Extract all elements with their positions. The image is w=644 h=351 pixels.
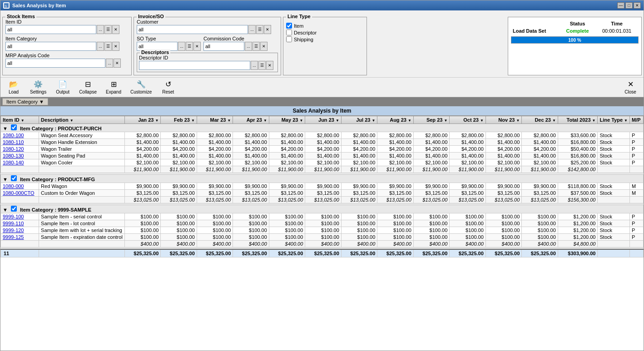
shipping-checkbox[interactable] (286, 36, 292, 42)
customer-list-btn[interactable]: ☰ (256, 25, 263, 34)
col-header-mar23[interactable]: Mar 23 ▼ (197, 116, 233, 124)
item-id-link[interactable]: 1080-100 (3, 133, 24, 138)
item-id-browse-btn[interactable]: ... (97, 25, 104, 34)
reset-button[interactable]: ↺ Reset (157, 79, 179, 96)
stock-items-label: Stock Items (5, 14, 36, 19)
sort-sep23[interactable]: ▼ (444, 119, 447, 123)
col-header-feb23[interactable]: Feb 23 ▼ (161, 116, 197, 124)
item-id-link[interactable]: 9999-120 (3, 227, 24, 233)
item-id-link[interactable]: 1080-140 (3, 160, 24, 165)
so-type-list-btn[interactable]: ☰ (186, 42, 193, 51)
so-type-clear-btn[interactable]: ✕ (193, 42, 201, 51)
col-header-description[interactable]: Description ▼ (39, 116, 125, 124)
sort-dec23[interactable]: ▼ (552, 119, 556, 123)
settings-button[interactable]: ⚙️ Settings (26, 79, 50, 96)
item-category-browse-btn[interactable]: ... (97, 42, 104, 51)
descriptor-id-input[interactable] (139, 61, 250, 70)
item-id-list-btn[interactable]: ☰ (104, 25, 112, 34)
descriptor-clear-btn[interactable]: ✕ (266, 61, 273, 70)
descriptor-browse-btn[interactable]: ... (251, 61, 258, 70)
item-category-list-btn[interactable]: ☰ (104, 42, 112, 51)
sort-apr23[interactable]: ▼ (263, 119, 267, 123)
descriptor-list-btn[interactable]: ☰ (258, 61, 266, 70)
col-header-total2023[interactable]: Total 2023 ▼ (558, 116, 598, 124)
descriptor-checkbox[interactable] (286, 30, 292, 35)
mrp-code-browse-btn[interactable]: ... (106, 59, 113, 68)
category-expand-icon[interactable]: ▼ (3, 126, 8, 131)
mrp-code-clear-btn[interactable]: ✕ (114, 59, 121, 68)
sort-total2023[interactable]: ▼ (592, 119, 596, 123)
col-header-jun23[interactable]: Jun 23 ▼ (305, 116, 342, 124)
sort-jun23[interactable]: ▼ (336, 119, 339, 123)
customer-input[interactable] (137, 25, 248, 34)
col-header-oct23[interactable]: Oct 23 ▼ (450, 116, 486, 124)
sort-mar23[interactable]: ▼ (227, 119, 231, 123)
sort-nov23[interactable]: ▼ (516, 119, 520, 123)
table-row: 1080-130Wagon Seating Pad$1,400.00$1,400… (1, 153, 644, 159)
col-header-item-id[interactable]: Item ID ▼ (1, 116, 39, 124)
sort-jan23[interactable]: ▼ (155, 119, 159, 123)
sort-jul23[interactable]: ▼ (372, 119, 375, 123)
collapse-button[interactable]: ⊟ Collapse (75, 79, 101, 96)
so-type-browse-btn[interactable]: ... (178, 42, 185, 51)
customize-button[interactable]: 🔧 Customize (126, 79, 156, 96)
category-expand-icon[interactable]: ▼ (3, 207, 8, 213)
item-id-link[interactable]: 1080-000CTO (3, 190, 35, 196)
sort-feb23[interactable]: ▼ (191, 119, 195, 123)
col-header-mp[interactable]: M/P (630, 116, 644, 124)
category-checkbox[interactable] (11, 206, 17, 212)
col-header-jul23[interactable]: Jul 23 ▼ (341, 116, 377, 124)
category-checkbox[interactable] (11, 124, 17, 130)
col-header-nov23[interactable]: Nov 23 ▼ (485, 116, 522, 124)
grid-container[interactable]: Sales Analysis by Item Item ID ▼ Descrip… (0, 106, 644, 351)
cell-total: $16,800.00 (558, 139, 598, 146)
item-id-link[interactable]: 1080-110 (3, 139, 24, 145)
commission-list-btn[interactable]: ☰ (253, 42, 260, 51)
category-checkbox[interactable] (11, 175, 17, 181)
item-id-link[interactable]: 1080-120 (3, 146, 24, 152)
close-button[interactable]: ✕ Close (619, 79, 642, 96)
commission-browse-btn[interactable]: ... (245, 42, 252, 51)
col-header-jan23[interactable]: Jan 23 ▼ (124, 116, 161, 124)
subtotal-jul: $400.00 (341, 241, 377, 247)
item-category-filter-btn[interactable]: Item Category ▼ (2, 98, 48, 105)
minimize-button[interactable]: — (617, 2, 624, 9)
cell-sep: $100.00 (413, 213, 450, 220)
item-id-clear-btn[interactable]: ✕ (112, 25, 119, 34)
col-header-aug23[interactable]: Aug 23 ▼ (377, 116, 414, 124)
mrp-code-input[interactable] (5, 59, 105, 68)
category-expand-icon[interactable]: ▼ (3, 177, 8, 182)
item-id-link[interactable]: 9999-125 (3, 234, 24, 240)
col-header-sep23[interactable]: Sep 23 ▼ (413, 116, 450, 124)
commission-code-input[interactable] (203, 42, 244, 51)
customer-browse-btn[interactable]: ... (248, 25, 256, 34)
output-button[interactable]: 📄 Output (51, 79, 74, 96)
customer-clear-btn[interactable]: ✕ (264, 25, 271, 34)
col-header-linetype[interactable]: Line Type ▼ (598, 116, 630, 124)
sort-aug23[interactable]: ▼ (408, 119, 411, 123)
load-button[interactable]: 📂 Load (2, 79, 25, 96)
col-header-may23[interactable]: May 23 ▼ (269, 116, 305, 124)
sort-may23[interactable]: ▼ (299, 119, 303, 123)
cell-aug: $3,125.00 (377, 190, 414, 197)
commission-clear-btn[interactable]: ✕ (260, 42, 268, 51)
item-checkbox[interactable] (286, 23, 292, 29)
col-header-apr23[interactable]: Apr 23 ▼ (233, 116, 269, 124)
sort-item-id[interactable]: ▼ (21, 119, 25, 123)
item-id-link[interactable]: 1080-000 (3, 183, 24, 189)
item-id-input[interactable] (5, 25, 96, 34)
item-category-clear-btn[interactable]: ✕ (112, 42, 119, 51)
maximize-button[interactable]: □ (625, 2, 633, 9)
sort-description[interactable]: ▼ (70, 119, 74, 123)
sort-oct23[interactable]: ▼ (480, 119, 484, 123)
subtotal-jan: $13,025.00 (124, 197, 161, 203)
item-id-link[interactable]: 1080-130 (3, 153, 24, 158)
item-id-link[interactable]: 9999-110 (3, 221, 24, 226)
sort-linetype[interactable]: ▼ (624, 119, 628, 123)
item-id-link[interactable]: 9999-100 (3, 214, 24, 219)
cell-apr: $2,800.00 (233, 132, 269, 139)
window-close-button[interactable]: ✕ (634, 2, 641, 9)
item-category-input[interactable] (5, 42, 96, 51)
col-header-dec23[interactable]: Dec 23 ▼ (522, 116, 558, 124)
expand-button[interactable]: ⊞ Expand (102, 79, 125, 96)
